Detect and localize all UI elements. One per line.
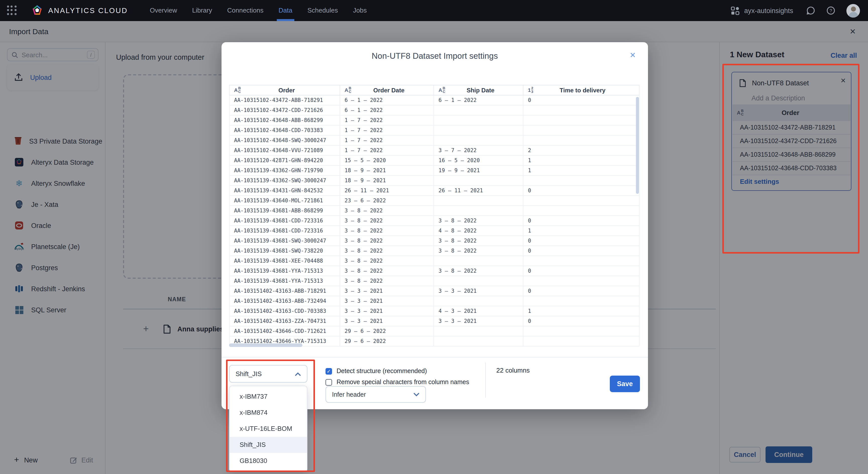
cell-time-to-delivery (523, 326, 640, 336)
detect-structure-label: Detect structure (recommended) (337, 368, 427, 375)
preview-table-header: ABC Order ABC Order Date ABC Ship Date 1… (229, 85, 640, 95)
cell-order-date: 6 – 1 – 2022 (340, 95, 434, 105)
nav-tab-connections[interactable]: Connections (227, 0, 264, 21)
cell-order: AA-103151402-43163-CDD-703383 (229, 306, 340, 316)
cell-time-to-delivery: 0 (523, 316, 640, 326)
table-row: AA-10315139-43681-CDD-723316 3 – 8 – 202… (229, 226, 640, 236)
cell-ship-date: 3 – 3 – 2021 (434, 286, 523, 296)
nav-tab-data[interactable]: Data (279, 0, 292, 21)
cell-time-to-delivery: 0 (523, 266, 640, 276)
cell-order-date: 15 – 5 – 2020 (340, 156, 434, 165)
cell-time-to-delivery: 0 (523, 236, 640, 246)
cell-order: AA-10315102-43648-ABB-868299 (229, 116, 340, 125)
cell-order-date: 3 – 3 – 2021 (340, 316, 434, 326)
modal-title: Non-UTF8 Dataset Import settings (221, 51, 648, 61)
cell-ship-date (434, 196, 523, 206)
cell-ship-date (434, 176, 523, 185)
cell-order: AA-10315139-43362-GHN-719790 (229, 166, 340, 175)
table-row: AA-10315102-43648-SWQ-3000247 1 – 7 – 20… (229, 135, 640, 146)
cell-time-to-delivery (523, 276, 640, 286)
horizontal-scrollbar[interactable] (229, 343, 302, 347)
remove-special-checkbox[interactable] (326, 379, 332, 385)
cell-ship-date (434, 135, 523, 145)
cell-time-to-delivery: 1 (523, 306, 640, 316)
table-row: AA-103151402-43163-ABB-718291 3 – 3 – 20… (229, 286, 640, 296)
table-row: AA-103151402-43163-CDD-703383 3 – 3 – 20… (229, 306, 640, 316)
cell-order-date: 29 – 6 – 2022 (340, 326, 434, 336)
cell-ship-date (434, 126, 523, 135)
table-row: AA-10315139-43362-GHN-719790 18 – 9 – 20… (229, 166, 640, 176)
cell-time-to-delivery (523, 126, 640, 135)
remove-special-label: Remove special characters from column na… (337, 379, 469, 386)
detect-structure-checkbox[interactable]: ✓ (326, 368, 332, 374)
save-button[interactable]: Save (610, 376, 640, 392)
table-row: AA-10315139-43681-SWQ-738220 3 – 8 – 202… (229, 246, 640, 256)
nav-tab-overview[interactable]: Overview (150, 0, 177, 21)
header-mode-value: Infer header (332, 391, 413, 398)
nav-links: Overview Library Connections Data Schedu… (150, 0, 382, 21)
table-row: AA-10315120-42871-GHN-894220 15 – 5 – 20… (229, 156, 640, 166)
cell-order-date: 3 – 3 – 2021 (340, 286, 434, 296)
cell-ship-date: 16 – 5 – 2020 (434, 156, 523, 165)
cell-ship-date (434, 105, 523, 115)
cell-order: AA-10315139-43640-MOL-721861 (229, 196, 340, 206)
cell-order-date: 1 – 7 – 2022 (340, 126, 434, 135)
cell-ship-date (434, 276, 523, 286)
cell-order-date: 6 – 1 – 2022 (340, 105, 434, 115)
vertical-scrollbar[interactable] (636, 97, 639, 194)
table-row: AA-10315102-43648-CDD-703383 1 – 7 – 202… (229, 126, 640, 135)
table-row: AA-10315102-43472-CDD-721626 6 – 1 – 202… (229, 105, 640, 116)
number-type-icon: 123 (528, 87, 533, 93)
nav-right: ayx-autoinsights ? (731, 4, 860, 17)
preview-table: ABC Order ABC Order Date ABC Ship Date 1… (229, 85, 640, 346)
cell-order-date: 3 – 3 – 2021 (340, 306, 434, 316)
cell-order-date: 1 – 7 – 2022 (340, 146, 434, 155)
cell-time-to-delivery: 1 (523, 166, 640, 175)
cell-order-date: 29 – 6 – 2022 (340, 337, 434, 346)
divider (221, 357, 648, 357)
chat-icon[interactable] (806, 6, 815, 15)
user-avatar[interactable] (846, 4, 860, 17)
cell-order-date: 23 – 6 – 2022 (340, 196, 434, 206)
column-header-time-to-delivery[interactable]: 123 Time to delivery (523, 85, 640, 95)
column-header-ship-date[interactable]: ABC Ship Date (434, 85, 523, 95)
nav-tab-library[interactable]: Library (192, 0, 212, 21)
header-mode-select[interactable]: Infer header (326, 386, 426, 403)
cell-time-to-delivery: 0 (523, 186, 640, 195)
workspace-apps-icon[interactable] (731, 6, 740, 15)
workspace-name[interactable]: ayx-autoinsights (744, 7, 793, 14)
text-type-icon: ABC (234, 87, 241, 93)
cell-order: AA-10315139-43431-GHN-842532 (229, 186, 340, 195)
cell-order: AA-10315139-43681-SWQ-3000247 (229, 236, 340, 246)
cell-ship-date: 4 – 8 – 2022 (434, 226, 523, 235)
cell-time-to-delivery (523, 196, 640, 206)
app-grid-icon[interactable] (7, 5, 17, 15)
cell-time-to-delivery (523, 105, 640, 115)
annotation-box-encoding-dropdown (226, 359, 315, 472)
top-nav: ANALYTICS CLOUD Overview Library Connect… (0, 0, 868, 21)
cell-order: AA-10315102-43648-CDD-703383 (229, 126, 340, 135)
cell-order-date: 3 – 8 – 2022 (340, 236, 434, 246)
text-type-icon: ABC (345, 87, 351, 93)
cell-ship-date: 3 – 8 – 2022 (434, 266, 523, 276)
help-icon[interactable]: ? (826, 6, 835, 15)
cell-ship-date: 26 – 11 – 2021 (434, 186, 523, 195)
modal-close-icon[interactable]: ✕ (630, 51, 636, 60)
cell-order-date: 3 – 8 – 2022 (340, 276, 434, 286)
cell-time-to-delivery: 0 (523, 95, 640, 105)
text-type-icon: ABC (438, 87, 445, 93)
table-row: AA-10315102-43648-VVU-721089 1 – 7 – 202… (229, 146, 640, 156)
cell-ship-date: 3 – 7 – 2022 (434, 146, 523, 155)
cell-order-date: 1 – 7 – 2022 (340, 135, 434, 145)
nav-tab-schedules[interactable]: Schedules (307, 0, 338, 21)
column-header-order-date[interactable]: ABC Order Date (340, 85, 434, 95)
column-header-order[interactable]: ABC Order (229, 85, 340, 95)
chevron-down-icon (413, 392, 420, 397)
table-row: AA-103151402-43163-ZZA-704731 3 – 3 – 20… (229, 316, 640, 326)
cell-order: AA-10315120-42871-GHN-894220 (229, 156, 340, 165)
alteryx-logo-icon (31, 4, 43, 17)
cell-ship-date: 3 – 8 – 2022 (434, 236, 523, 246)
cell-order: AA-10315139-43681-CDD-723316 (229, 226, 340, 235)
nav-tab-jobs[interactable]: Jobs (353, 0, 367, 21)
cell-ship-date (434, 206, 523, 215)
